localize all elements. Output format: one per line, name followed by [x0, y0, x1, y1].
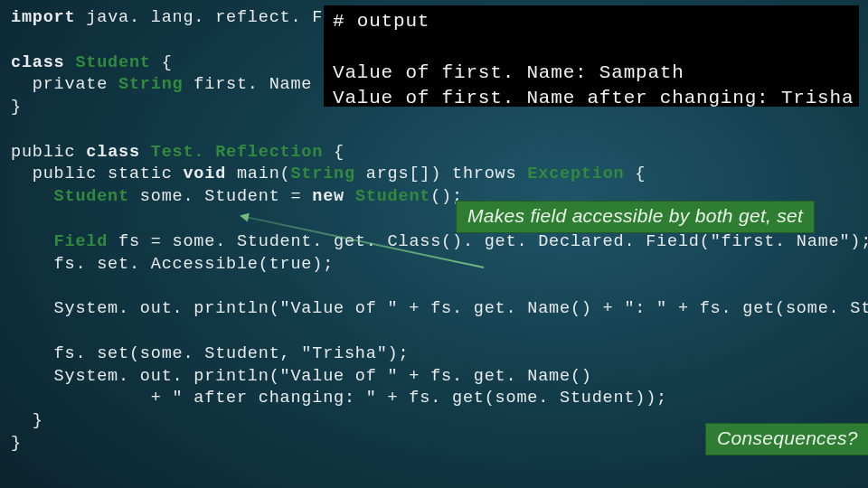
code-text: { — [323, 143, 344, 162]
code-text: private — [11, 75, 118, 94]
code-text: } — [11, 411, 43, 430]
keyword: import — [11, 8, 75, 27]
code-text — [11, 232, 54, 251]
class-name: Student — [344, 187, 430, 206]
output-header: # output — [333, 11, 429, 32]
code-text: } — [11, 98, 22, 117]
code-text: fs. set. Accessible(true); — [11, 255, 334, 274]
code-text: System. out. println("Value of " + fs. g… — [11, 367, 592, 386]
code-text: public — [11, 143, 86, 162]
class-name: Field — [54, 232, 108, 251]
code-text: { — [151, 53, 173, 72]
output-line: Value of first. Name after changing: Tri… — [333, 88, 854, 108]
slide: import java. lang. reflect. Field; class… — [0, 0, 868, 488]
class-name: Student — [54, 187, 129, 206]
class-name: Student — [65, 53, 151, 72]
class-name: String — [290, 164, 354, 183]
code-text: args[]) throws — [355, 164, 527, 183]
code-text: public static — [11, 164, 183, 183]
code-text — [11, 187, 54, 206]
callout-consequences: Consequences? — [705, 423, 868, 455]
code-text: + " after changing: " + fs. get(some. St… — [11, 389, 667, 408]
output-line: Value of first. Name: Sampath — [333, 62, 684, 83]
class-name: Exception — [527, 164, 624, 183]
code-text: } — [11, 434, 22, 453]
code-text: { — [624, 164, 646, 183]
class-name: Test. Reflection — [140, 143, 323, 162]
code-text: fs = some. Student. get. Class(). get. D… — [108, 232, 868, 251]
code-text: System. out. println("Value of " + fs. g… — [11, 299, 868, 318]
keyword: class — [11, 53, 65, 72]
callout-accessible: Makes field accessible by both get, set — [456, 201, 815, 233]
code-text: main( — [226, 164, 290, 183]
code-text: some. Student = — [129, 187, 312, 206]
keyword: new — [312, 187, 344, 206]
code-text: fs. set(some. Student, "Trisha"); — [11, 344, 409, 363]
keyword: class — [86, 143, 140, 162]
keyword: void — [183, 164, 226, 183]
class-name: String — [118, 75, 183, 94]
output-panel: # output Value of first. Name: Sampath V… — [324, 5, 859, 107]
